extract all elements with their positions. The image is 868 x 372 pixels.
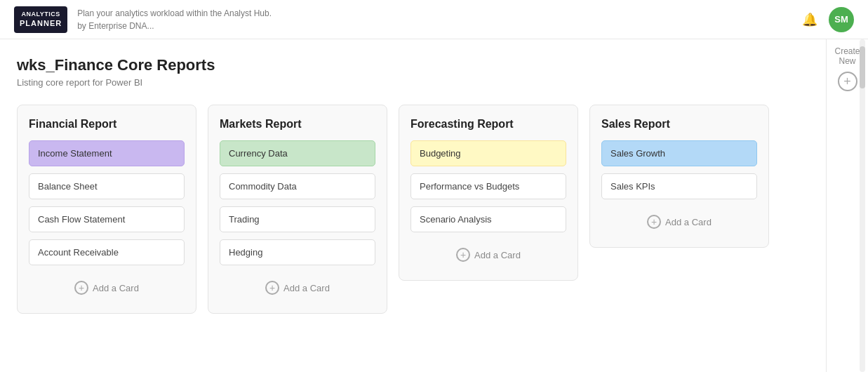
card-forecasting: Forecasting ReportBudgetingPerformance v…: [399, 105, 578, 281]
card-title-financial: Financial Report: [29, 118, 185, 131]
card-title-sales: Sales Report: [601, 118, 757, 131]
bell-icon[interactable]: 🔔: [802, 12, 817, 27]
header-left: ANALYTICS PLANNER Plan your analytics wo…: [14, 6, 272, 33]
card-item[interactable]: Trading: [220, 206, 375, 232]
card-item[interactable]: Balance Sheet: [29, 173, 185, 199]
card-sales: Sales ReportSales GrowthSales KPIs+Add a…: [589, 105, 769, 248]
header: ANALYTICS PLANNER Plan your analytics wo…: [0, 0, 868, 39]
tagline-line2: by Enterprise DNA...: [77, 20, 272, 32]
scrollbar-thumb[interactable]: [860, 46, 865, 88]
add-card-icon: +: [265, 281, 279, 295]
add-card-icon: +: [456, 248, 470, 262]
avatar[interactable]: SM: [829, 7, 854, 32]
scrollbar-track: [860, 39, 865, 372]
add-card-label: Add a Card: [474, 250, 521, 260]
card-item[interactable]: Hedging: [220, 239, 375, 265]
card-item[interactable]: Income Statement: [29, 140, 185, 166]
card-title-markets: Markets Report: [220, 118, 375, 131]
card-item[interactable]: Cash Flow Statement: [29, 206, 185, 232]
create-new-button[interactable]: +: [838, 72, 857, 91]
page-title: wks_Finance Core Reports: [17, 56, 809, 74]
right-sidebar: Create New +: [826, 39, 868, 372]
add-card-button-forecasting[interactable]: +Add a Card: [410, 242, 566, 267]
card-financial: Financial ReportIncome StatementBalance …: [17, 105, 196, 314]
add-card-label: Add a Card: [283, 283, 330, 293]
logo-line2: PLANNER: [20, 18, 62, 28]
add-card-label: Add a Card: [665, 217, 712, 227]
card-item[interactable]: Sales Growth: [601, 140, 757, 166]
card-item[interactable]: Sales KPIs: [601, 173, 757, 199]
add-card-icon: +: [647, 215, 661, 229]
header-right: 🔔 SM: [802, 7, 854, 32]
add-card-label: Add a Card: [93, 283, 139, 293]
main-area: wks_Finance Core Reports Listing core re…: [0, 39, 826, 372]
header-tagline: Plan your analytics workload within the …: [77, 7, 272, 32]
card-item[interactable]: Account Receivable: [29, 239, 185, 265]
card-item[interactable]: Scenario Analysis: [410, 206, 566, 232]
card-item[interactable]: Commodity Data: [220, 173, 375, 199]
logo-line1: ANALYTICS: [20, 11, 62, 19]
card-item[interactable]: Currency Data: [220, 140, 375, 166]
page-subtitle: Listing core report for Power BI: [17, 77, 809, 88]
card-item[interactable]: Performance vs Budgets: [410, 173, 566, 199]
card-item[interactable]: Budgeting: [410, 140, 566, 166]
add-card-icon: +: [74, 281, 88, 295]
card-markets: Markets ReportCurrency DataCommodity Dat…: [208, 105, 387, 314]
add-card-button-markets[interactable]: +Add a Card: [220, 275, 375, 300]
card-title-forecasting: Forecasting Report: [410, 118, 566, 131]
add-card-button-sales[interactable]: +Add a Card: [601, 209, 757, 234]
logo: ANALYTICS PLANNER: [14, 6, 67, 33]
page-content: wks_Finance Core Reports Listing core re…: [0, 39, 868, 372]
tagline-line1: Plan your analytics workload within the …: [77, 7, 272, 20]
add-card-button-financial[interactable]: +Add a Card: [29, 275, 185, 300]
cards-row: Financial ReportIncome StatementBalance …: [17, 105, 809, 314]
